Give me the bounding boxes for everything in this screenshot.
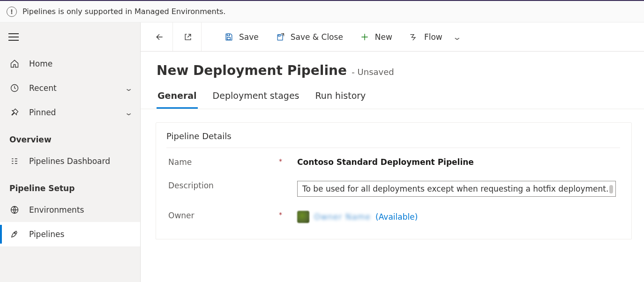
required-indicator: * [279, 211, 282, 218]
hamburger-icon [8, 33, 19, 41]
tab-list: General Deployment stages Run history [141, 84, 644, 109]
card-title: Pipeline Details [166, 131, 620, 148]
popout-button[interactable] [175, 22, 202, 51]
sidebar-item-home[interactable]: Home [0, 52, 140, 76]
page-title: New Deployment Pipeline [157, 63, 347, 78]
notification-bar: ! Pipelines is only supported in Managed… [0, 0, 644, 22]
chevron-down-icon: ⌄ [124, 108, 133, 117]
sidebar: Home Recent ⌄ Pinned ⌄ Overview Pipeline… [0, 22, 141, 282]
field-name-row: Name * Contoso Standard Deployment Pipel… [166, 148, 620, 171]
sidebar-label: Environments [29, 205, 84, 215]
notification-text: Pipelines is only supported in Managed E… [22, 7, 225, 16]
dashboard-icon [9, 156, 20, 166]
sidebar-item-dashboard[interactable]: Pipelines Dashboard [0, 149, 140, 173]
hamburger-button[interactable] [0, 22, 140, 52]
pin-icon [9, 108, 20, 117]
flow-label: Flow [424, 32, 442, 42]
sidebar-item-environments[interactable]: Environments [0, 198, 140, 222]
save-close-icon [276, 32, 285, 42]
flow-icon [409, 32, 419, 42]
required-indicator: * [279, 157, 282, 165]
sidebar-item-pipelines[interactable]: Pipelines [0, 222, 140, 246]
svg-rect-5 [278, 35, 280, 36]
back-button[interactable] [146, 22, 173, 51]
svg-point-2 [15, 232, 16, 234]
sidebar-section-overview: Overview [0, 125, 140, 149]
sidebar-section-setup: Pipeline Setup [0, 173, 140, 198]
owner-label: Owner [168, 211, 195, 220]
save-icon [224, 32, 233, 42]
home-icon [9, 59, 20, 68]
page-subtitle: - Unsaved [352, 67, 394, 77]
globe-icon [9, 205, 20, 215]
info-icon: ! [7, 7, 17, 17]
tab-run-history[interactable]: Run history [315, 90, 367, 109]
tab-deployment-stages[interactable]: Deployment stages [212, 90, 300, 109]
chevron-down-icon: ⌄ [452, 32, 462, 42]
new-label: New [375, 32, 392, 42]
pipeline-details-card: Pipeline Details Name * Contoso Standard… [156, 122, 632, 239]
field-owner-row: Owner * Owner Name (Available) [166, 201, 620, 228]
plus-icon [360, 32, 369, 42]
tab-general[interactable]: General [157, 90, 198, 109]
sidebar-label: Home [29, 59, 52, 68]
sidebar-label: Pinned [29, 108, 56, 117]
name-field[interactable]: Contoso Standard Deployment Pipeline [297, 157, 474, 167]
save-close-button[interactable]: Save & Close [268, 22, 351, 51]
chevron-down-icon: ⌄ [124, 84, 133, 93]
sidebar-label: Pipelines Dashboard [29, 156, 110, 166]
save-close-label: Save & Close [291, 32, 343, 42]
sidebar-item-recent[interactable]: Recent ⌄ [0, 76, 140, 100]
new-button[interactable]: New [352, 22, 400, 51]
arrow-left-icon [155, 32, 164, 42]
svg-rect-4 [227, 37, 231, 39]
svg-rect-3 [227, 34, 230, 36]
sidebar-label: Pipelines [29, 230, 64, 239]
scrollbar[interactable] [609, 184, 614, 193]
sidebar-item-pinned[interactable]: Pinned ⌄ [0, 100, 140, 125]
owner-link[interactable]: Owner Name [314, 212, 371, 222]
field-description-row: Description * To be used for all deploym… [166, 171, 620, 201]
owner-status: (Available) [375, 212, 418, 222]
avatar [297, 211, 309, 223]
flow-button[interactable]: Flow ⌄ [402, 22, 468, 51]
description-label: Description [168, 181, 214, 190]
command-bar: Save Save & Close New Flow ⌄ [141, 22, 644, 52]
main-content: Save Save & Close New Flow ⌄ [141, 22, 644, 282]
sidebar-label: Recent [29, 83, 57, 93]
clock-icon [9, 83, 20, 93]
save-button[interactable]: Save [217, 22, 266, 51]
rocket-icon [9, 230, 20, 239]
popout-icon [183, 32, 193, 42]
name-label: Name [168, 157, 192, 167]
description-field[interactable]: To be used for all deployments except wh… [297, 181, 616, 197]
description-value: To be used for all deployments except wh… [302, 184, 608, 193]
save-label: Save [239, 32, 259, 42]
